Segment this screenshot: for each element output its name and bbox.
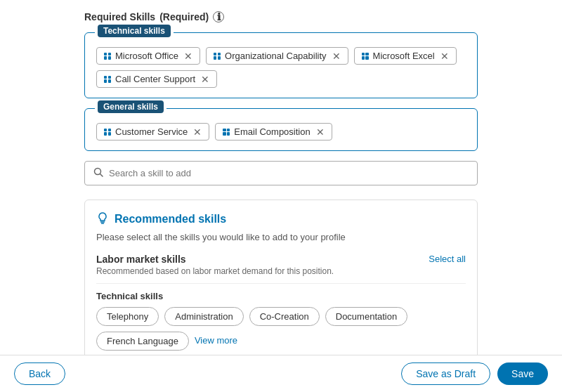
skill-tag-cust-service: Customer Service ✕: [96, 123, 209, 141]
search-icon: [93, 167, 103, 179]
technical-chips-container: Telephony Administration Co-Creation Doc…: [96, 307, 466, 351]
grid-icon-email-comp: [223, 129, 230, 136]
chip-administration[interactable]: Administration: [164, 307, 243, 326]
technical-category-title: Technical skills: [96, 283, 466, 301]
technical-skills-box: Technical skills Microsoft Office ✕ Orga…: [84, 32, 478, 98]
skill-tag-ms-excel: Microsoft Excel ✕: [354, 47, 457, 65]
grid-icon-cust-service: [104, 129, 111, 136]
back-button[interactable]: Back: [14, 362, 65, 385]
svg-line-1: [100, 174, 103, 177]
technical-tags-container: Microsoft Office ✕ Organizational Capabi…: [96, 43, 466, 88]
recommended-header: Recommended skills: [96, 211, 466, 226]
general-skills-box: General skills Customer Service ✕ Email …: [84, 108, 478, 151]
footer-right: Save as Draft Save: [401, 362, 548, 385]
recommended-title: Recommended skills: [115, 213, 226, 226]
remove-org-cap[interactable]: ✕: [332, 51, 341, 61]
bulb-icon: [96, 211, 109, 226]
skill-tag-ms-office: Microsoft Office ✕: [96, 47, 200, 65]
labor-market-title: Labor market skills: [96, 254, 186, 265]
chip-co-creation[interactable]: Co-Creation: [249, 307, 320, 326]
remove-ms-excel[interactable]: ✕: [440, 51, 449, 61]
skill-tag-label: Email Composition: [234, 126, 310, 137]
skill-tag-org-cap: Organizational Capability ✕: [206, 47, 348, 65]
skill-tag-label: Organizational Capability: [225, 51, 327, 61]
save-draft-button[interactable]: Save as Draft: [401, 362, 490, 385]
skill-tag-label: Microsoft Excel: [373, 51, 435, 61]
skill-tag-call-center: Call Center Support ✕: [96, 70, 217, 88]
chip-documentation[interactable]: Documentation: [325, 307, 407, 326]
general-skills-box-label: General skills: [95, 102, 166, 112]
skill-tag-label: Call Center Support: [115, 74, 195, 84]
search-input[interactable]: [109, 168, 469, 178]
save-button[interactable]: Save: [497, 362, 548, 385]
skill-tag-label: Customer Service: [115, 126, 188, 137]
general-tags-container: Customer Service ✕ Email Composition ✕: [96, 119, 466, 141]
recommended-description: Please select all the skills you would l…: [96, 232, 466, 242]
skill-tag-email-comp: Email Composition ✕: [215, 123, 332, 141]
labor-market-desc: Recommended based on labor market demand…: [96, 266, 466, 276]
skill-tag-label: Microsoft Office: [115, 51, 178, 61]
grid-icon-ms-excel: [362, 53, 369, 60]
required-badge: (Required): [159, 11, 209, 22]
grid-icon-call-center: [104, 76, 111, 83]
footer-bar: Back Save as Draft Save: [0, 355, 562, 392]
remove-cust-service[interactable]: ✕: [193, 127, 202, 137]
technical-skills-box-label: Technical skills: [95, 26, 174, 36]
chip-telephony[interactable]: Telephony: [96, 307, 159, 326]
remove-ms-office[interactable]: ✕: [184, 51, 192, 61]
grid-icon-ms-office: [104, 53, 111, 60]
info-icon[interactable]: ℹ: [213, 11, 224, 22]
required-skills-title: Required Skills: [84, 11, 155, 22]
remove-call-center[interactable]: ✕: [201, 74, 209, 84]
select-all-link[interactable]: Select all: [429, 254, 466, 264]
remove-email-comp[interactable]: ✕: [316, 127, 325, 137]
chip-french-language[interactable]: French Language: [96, 332, 189, 351]
labor-market-header: Labor market skills Select all: [96, 254, 466, 265]
skill-search-bar: [84, 161, 478, 185]
technical-view-more-link[interactable]: View more: [195, 332, 237, 351]
required-skills-heading: Required Skills (Required) ℹ: [84, 11, 478, 22]
grid-icon-org-cap: [214, 53, 221, 60]
